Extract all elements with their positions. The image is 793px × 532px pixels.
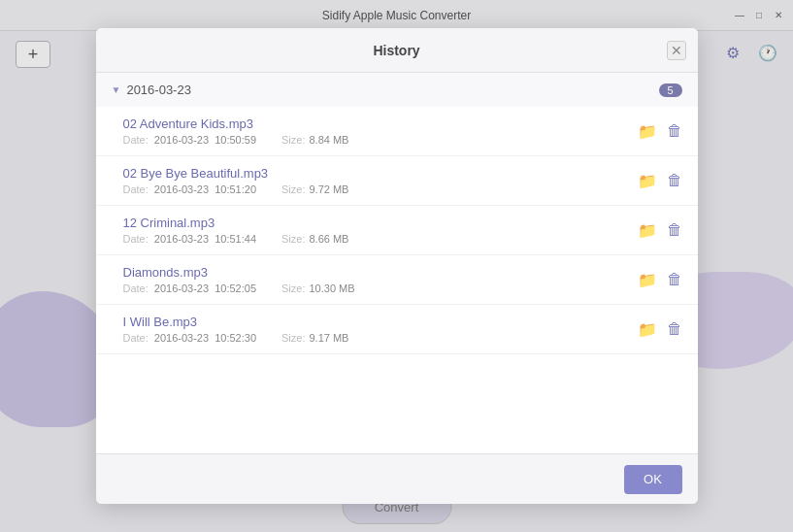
size-label: Size: — [281, 283, 305, 294]
file-date: 2016-03-23 10:51:44 — [154, 233, 256, 245]
file-meta: Date: 2016-03-23 10:52:05 Size: 10.30 MB — [123, 283, 622, 294]
date-label: Date: — [123, 283, 149, 294]
file-size-section: Size: 9.17 MB — [281, 332, 348, 344]
open-folder-icon[interactable]: 📁 — [638, 122, 657, 141]
file-name: I Will Be.mp3 — [123, 315, 622, 329]
file-name: 12 Criminal.mp3 — [123, 216, 622, 230]
file-row: Diamonds.mp3 Date: 2016-03-23 10:52:05 S… — [96, 255, 698, 305]
size-label: Size: — [281, 233, 305, 245]
size-label: Size: — [281, 332, 305, 344]
file-size-section: Size: 9.72 MB — [281, 183, 348, 195]
modal-header: History ✕ — [96, 28, 698, 73]
file-meta: Date: 2016-03-23 10:50:59 Size: 8.84 MB — [123, 134, 622, 146]
date-label: Date: — [123, 233, 149, 245]
file-row: 02 Bye Bye Beautiful.mp3 Date: 2016-03-2… — [96, 156, 698, 206]
group-count-badge: 5 — [659, 83, 682, 97]
file-info: 02 Bye Bye Beautiful.mp3 Date: 2016-03-2… — [123, 166, 622, 195]
delete-icon[interactable]: 🗑 — [667, 320, 682, 338]
open-folder-icon[interactable]: 📁 — [638, 221, 657, 240]
file-date: 2016-03-23 10:51:20 — [154, 183, 256, 195]
file-date: 2016-03-23 10:52:05 — [154, 283, 256, 294]
delete-icon[interactable]: 🗑 — [667, 221, 682, 239]
file-size-section: Size: 8.84 MB — [281, 134, 348, 146]
file-size: 9.72 MB — [309, 183, 348, 195]
file-info: 12 Criminal.mp3 Date: 2016-03-23 10:51:4… — [123, 216, 622, 245]
file-actions: 📁 🗑 — [638, 122, 682, 141]
modal-overlay: History ✕ ▼ 2016-03-23 5 02 Adventure Ki… — [0, 0, 793, 532]
delete-icon[interactable]: 🗑 — [667, 122, 682, 140]
file-actions: 📁 🗑 — [638, 221, 682, 240]
file-info: Diamonds.mp3 Date: 2016-03-23 10:52:05 S… — [123, 265, 622, 294]
size-label: Size: — [281, 134, 305, 146]
file-meta: Date: 2016-03-23 10:51:20 Size: 9.72 MB — [123, 183, 622, 195]
file-size: 8.66 MB — [309, 233, 348, 245]
group-header: ▼ 2016-03-23 5 — [96, 73, 698, 107]
modal-close-button[interactable]: ✕ — [667, 41, 686, 60]
file-list: 02 Adventure Kids.mp3 Date: 2016-03-23 1… — [96, 107, 698, 354]
file-info: I Will Be.mp3 Date: 2016-03-23 10:52:30 … — [123, 315, 622, 344]
file-actions: 📁 🗑 — [638, 172, 682, 190]
file-date: 2016-03-23 10:50:59 — [154, 134, 256, 146]
modal-title: History — [373, 43, 419, 58]
file-meta: Date: 2016-03-23 10:51:44 Size: 8.66 MB — [123, 233, 622, 245]
file-actions: 📁 🗑 — [638, 320, 682, 339]
date-label: Date: — [123, 183, 149, 195]
file-date: 2016-03-23 10:52:30 — [154, 332, 256, 344]
modal-footer: OK — [96, 453, 698, 504]
file-size: 9.17 MB — [309, 332, 348, 344]
modal-body: ▼ 2016-03-23 5 02 Adventure Kids.mp3 Dat… — [96, 73, 698, 453]
size-label: Size: — [281, 183, 305, 195]
group-label: ▼ 2016-03-23 — [112, 83, 191, 97]
group-date: 2016-03-23 — [126, 83, 191, 97]
file-size-section: Size: 8.66 MB — [281, 233, 348, 245]
date-label: Date: — [123, 332, 149, 344]
delete-icon[interactable]: 🗑 — [667, 271, 682, 288]
delete-icon[interactable]: 🗑 — [667, 172, 682, 189]
open-folder-icon[interactable]: 📁 — [638, 172, 657, 190]
file-name: 02 Adventure Kids.mp3 — [123, 116, 622, 131]
open-folder-icon[interactable]: 📁 — [638, 271, 657, 289]
file-row: I Will Be.mp3 Date: 2016-03-23 10:52:30 … — [96, 305, 698, 354]
file-row: 12 Criminal.mp3 Date: 2016-03-23 10:51:4… — [96, 206, 698, 255]
file-info: 02 Adventure Kids.mp3 Date: 2016-03-23 1… — [123, 116, 622, 146]
file-size-section: Size: 10.30 MB — [281, 283, 355, 294]
file-actions: 📁 🗑 — [638, 271, 682, 289]
history-modal: History ✕ ▼ 2016-03-23 5 02 Adventure Ki… — [96, 28, 698, 504]
open-folder-icon[interactable]: 📁 — [638, 320, 657, 339]
file-meta: Date: 2016-03-23 10:52:30 Size: 9.17 MB — [123, 332, 622, 344]
ok-button[interactable]: OK — [624, 465, 682, 494]
file-name: 02 Bye Bye Beautiful.mp3 — [123, 166, 622, 181]
file-size: 8.84 MB — [309, 134, 348, 146]
group-chevron-icon[interactable]: ▼ — [112, 84, 121, 95]
file-name: Diamonds.mp3 — [123, 265, 622, 280]
date-label: Date: — [123, 134, 149, 146]
file-size: 10.30 MB — [309, 283, 354, 294]
file-row: 02 Adventure Kids.mp3 Date: 2016-03-23 1… — [96, 107, 698, 156]
